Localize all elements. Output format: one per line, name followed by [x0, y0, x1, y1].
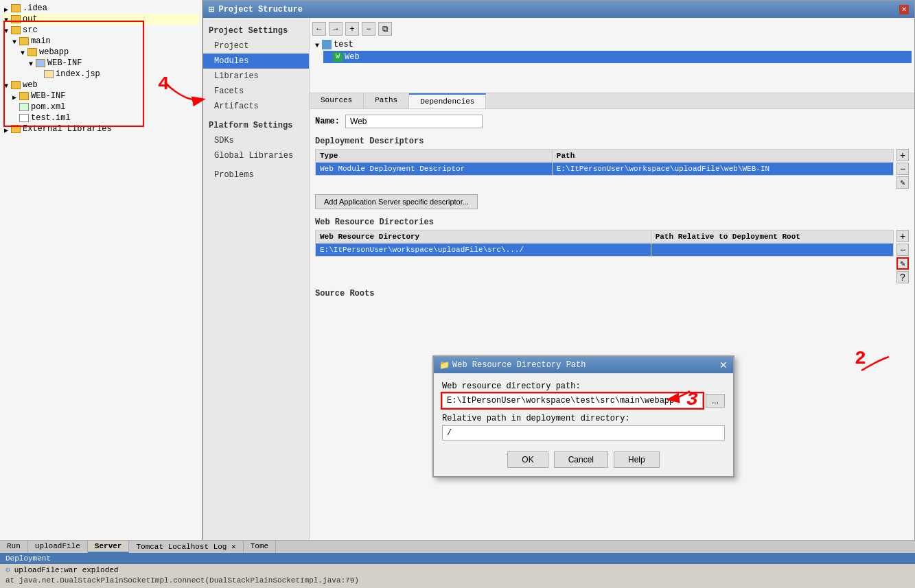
nav-forward-button[interactable]: →	[329, 22, 343, 36]
dialog-title: Project Structure	[218, 5, 302, 14]
status-tab-run[interactable]: Run	[0, 541, 28, 553]
remove-descriptor-button[interactable]: −	[896, 163, 909, 175]
cell-type: Web Module Deployment Descriptor	[316, 163, 553, 176]
project-tree: ▶ .idea ▼ out ▼ src ▼ main ▼	[0, 0, 202, 137]
tabs-row: Sources Paths Dependencies	[310, 93, 914, 109]
web-resource-directories-table-container: Web Resource Directory Path Relative to …	[315, 230, 894, 283]
web-resource-side-buttons: + − ✎ ?	[896, 230, 909, 283]
nav-back-button[interactable]: ←	[312, 22, 326, 36]
add-app-server-descriptor-button[interactable]: Add Application Server specific descript…	[315, 194, 478, 209]
remove-button[interactable]: −	[362, 22, 375, 36]
tree-item-web[interactable]: ▼ web	[3, 80, 199, 91]
help-web-resource-button[interactable]: ?	[896, 271, 909, 283]
expand-arrow: ▼	[315, 42, 321, 47]
status-tab-uploadfile[interactable]: uploadFile	[28, 541, 88, 553]
file-icon	[19, 114, 29, 122]
cell-directory: E:\ItPersonUser\workspace\uploadFile\src…	[316, 244, 651, 257]
deployment-descriptors-section: Type Path Web Module Deployment Descript…	[315, 149, 909, 189]
expand-arrow	[37, 71, 43, 77]
tree-label: web	[23, 80, 38, 90]
name-row: Name:	[315, 115, 909, 128]
module-label: Web	[345, 52, 360, 62]
tree-item-webinf[interactable]: ▼ WEB-INF	[27, 58, 199, 69]
browse-button[interactable]: ...	[706, 394, 725, 408]
cell-path: E:\ItPersonUser\workspace\uploadFile\web…	[552, 163, 893, 176]
nav-item-artifacts[interactable]: Artifacts	[203, 99, 309, 114]
tree-label: src	[23, 25, 38, 35]
tab-sources[interactable]: Sources	[310, 93, 364, 108]
tree-label: WEB-INF	[31, 91, 65, 101]
nav-item-project[interactable]: Project	[203, 38, 309, 54]
nav-item-sdks[interactable]: SDKs	[203, 133, 309, 148]
relative-input[interactable]	[442, 425, 725, 440]
copy-button[interactable]: ⧉	[378, 22, 392, 36]
folder-icon	[11, 26, 21, 34]
dialog-close-button[interactable]: ✕	[899, 5, 909, 14]
tree-item-testiml[interactable]: test.iml	[11, 113, 199, 124]
path-input[interactable]	[442, 393, 703, 408]
folder-icon	[11, 15, 21, 23]
module-tree-web[interactable]: W Web	[323, 51, 912, 63]
nav-item-problems[interactable]: Problems	[203, 167, 309, 183]
folder-icon	[11, 125, 21, 133]
inner-dialog-close-button[interactable]: ✕	[719, 360, 728, 371]
col-web-dir: Web Resource Directory	[316, 231, 651, 244]
path-input-row: ...	[442, 393, 725, 408]
web-icon: W	[333, 52, 343, 62]
inner-dialog-folder-icon: 📁	[439, 360, 450, 371]
nav-item-modules[interactable]: Modules	[203, 54, 309, 69]
nav-panel: Project Settings Project Modules Librari…	[203, 18, 310, 588]
tab-paths[interactable]: Paths	[364, 93, 409, 108]
remove-web-resource-button[interactable]: −	[896, 244, 909, 256]
expand-arrow: ▼	[12, 38, 18, 44]
expand-arrow	[326, 54, 332, 60]
nav-section-project-settings: Project Settings	[203, 23, 309, 38]
tree-item-indexjsp[interactable]: index.jsp	[36, 69, 199, 80]
screen: ▶ .idea ▼ out ▼ src ▼ main ▼	[0, 0, 915, 588]
tree-label: pom.xml	[31, 102, 65, 112]
deployment-bar: Deployment	[0, 553, 915, 564]
module-tree-test[interactable]: ▼ test	[312, 38, 912, 51]
tree-item-main[interactable]: ▼ main	[11, 36, 199, 47]
tree-item-out[interactable]: ▼ out	[3, 14, 199, 25]
tree-item-webinf2[interactable]: ▶ WEB-INF	[11, 91, 199, 102]
edit-web-resource-button[interactable]: ✎	[896, 257, 909, 270]
relative-label: Relative path in deployment directory:	[442, 414, 725, 423]
status-tab-server[interactable]: Server	[88, 541, 130, 553]
add-web-resource-button[interactable]: +	[896, 230, 909, 242]
tree-item-idea[interactable]: ▶ .idea	[3, 3, 199, 14]
tree-item-src[interactable]: ▼ src	[3, 25, 199, 36]
tree-item-pomxml[interactable]: pom.xml	[11, 102, 199, 113]
status-bar: Run uploadFile Server Tomcat Localhost L…	[0, 540, 915, 588]
tree-item-extlibs[interactable]: ▶ External Libraries	[3, 124, 199, 134]
expand-arrow: ▶	[4, 126, 10, 132]
tree-item-webapp[interactable]: ▼ webapp	[19, 47, 199, 58]
edit-descriptor-button[interactable]: ✎	[896, 176, 909, 189]
inner-cancel-button[interactable]: Cancel	[554, 451, 608, 468]
table-row[interactable]: E:\ItPersonUser\workspace\uploadFile\src…	[316, 244, 894, 257]
path-label: Web resource directory path:	[442, 381, 725, 391]
inner-help-button[interactable]: Help	[614, 451, 660, 468]
deployment-descriptors-header: Deployment Descriptors	[315, 137, 909, 146]
tree-label: main	[31, 36, 51, 46]
folder-icon	[11, 81, 21, 89]
cell-relative	[651, 244, 893, 257]
status-tab-tomcat-log[interactable]: Tomcat Localhost Log ✕	[129, 541, 243, 553]
name-input[interactable]	[345, 115, 483, 128]
nav-item-global-libraries[interactable]: Global Libraries	[203, 148, 309, 163]
status-tab-tome[interactable]: Tome	[244, 541, 276, 553]
expand-arrow: ▶	[12, 93, 18, 99]
inner-ok-button[interactable]: OK	[507, 451, 548, 468]
web-resource-directories-table: Web Resource Directory Path Relative to …	[315, 230, 894, 257]
inner-dialog-body: Web resource directory path: ... Relativ…	[434, 373, 733, 476]
tab-dependencies[interactable]: Dependencies	[409, 93, 486, 108]
add-descriptor-button[interactable]: +	[896, 149, 909, 161]
table-row[interactable]: Web Module Deployment Descriptor E:\ItPe…	[316, 163, 894, 176]
folder-icon	[27, 48, 37, 56]
deployment-side-buttons: + − ✎	[896, 149, 909, 189]
add-button[interactable]: +	[345, 22, 359, 36]
nav-item-libraries[interactable]: Libraries	[203, 69, 309, 84]
dialog-body: Project Settings Project Modules Librari…	[203, 18, 914, 588]
nav-item-facets[interactable]: Facets	[203, 84, 309, 99]
expand-arrow: ▼	[29, 60, 34, 66]
